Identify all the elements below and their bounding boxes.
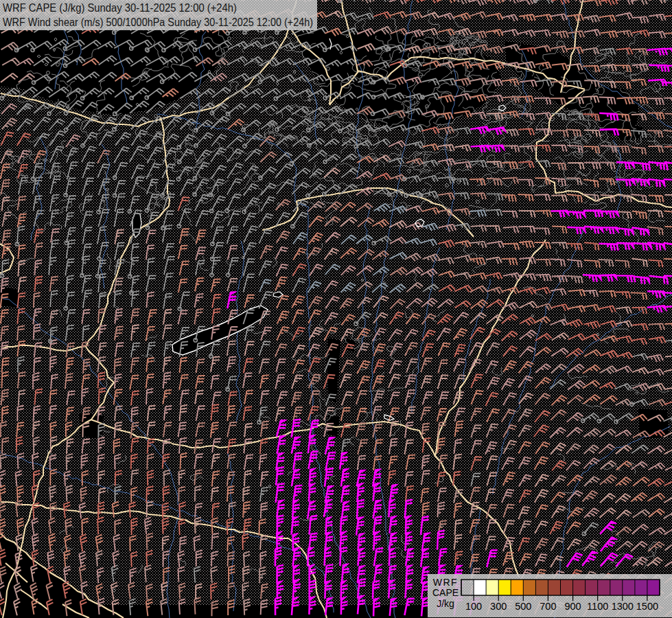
svg-text:900: 900: [564, 601, 581, 612]
svg-text:700: 700: [540, 601, 556, 612]
svg-text:500: 500: [515, 601, 531, 612]
svg-text:300: 300: [490, 601, 507, 612]
svg-text:CAPE: CAPE: [432, 587, 459, 598]
svg-text:1100: 1100: [587, 601, 608, 612]
svg-text:WRF: WRF: [433, 577, 458, 588]
svg-text:1300: 1300: [612, 601, 634, 612]
svg-text:WRF CAPE (J/kg) Sunday 30-11-2: WRF CAPE (J/kg) Sunday 30-11-2025 12:00 …: [3, 1, 237, 14]
svg-text:WRF Wind shear (m/s) 500/1000h: WRF Wind shear (m/s) 500/1000hPa Sunday …: [3, 16, 313, 28]
svg-text:J/kg: J/kg: [437, 598, 454, 609]
svg-text:1500: 1500: [636, 601, 658, 612]
svg-text:100: 100: [465, 601, 482, 612]
